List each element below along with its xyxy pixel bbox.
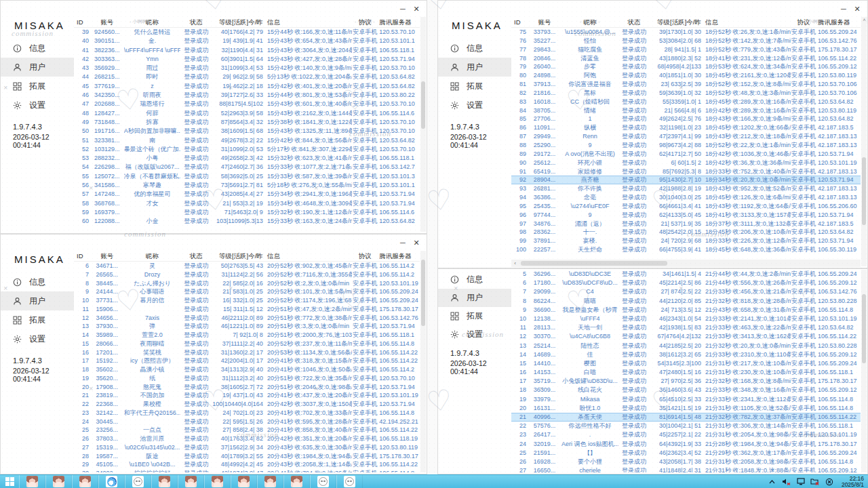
table-row[interactable]: 1012138...\uFFF4登录成功46|2343|1.0| 5421分33… bbox=[511, 314, 861, 323]
taskbar-app-avatar-9[interactable] bbox=[257, 475, 283, 488]
table-row[interactable]: 7820846...清蓝鱼登录成功43|1880|2.3| 5218分41秒 收… bbox=[511, 54, 861, 63]
column-header[interactable]: 信息 bbox=[263, 17, 353, 27]
table-row[interactable]: 1715192...icy（恩熙吉伊）登录成功42|2004|1.0| 1720… bbox=[74, 357, 420, 365]
column-header[interactable]: 等级[活跃]今/昨 bbox=[650, 17, 701, 27]
table-row[interactable]: 8929172...A ovo(消息不出现)登录成功62|4171|2.7| 5… bbox=[511, 150, 861, 159]
table-row[interactable]: 1528066...夜雨聊晴登录成功37|1111|2.2| 4020分52秒 … bbox=[74, 340, 420, 348]
taskbar-app-avatar-5[interactable] bbox=[151, 475, 178, 488]
sidebar-item-expand[interactable]: 拓展 bbox=[438, 307, 511, 325]
table-row[interactable]: 8611091...纵横登录成功32|1198|1.0| 2318分45秒 收:… bbox=[511, 123, 861, 132]
table-row[interactable]: 7729843...猫吃腐鱼登录成功28| 941|1.5| 118分52秒 收… bbox=[511, 45, 861, 54]
table-row[interactable]: 60122088...小金登录成功103|11099|5.3|1315分33秒 … bbox=[74, 217, 420, 226]
table-row[interactable]: 729099...C4登录成功27| 874|2.5| 2221分33秒 收:4… bbox=[511, 287, 861, 296]
table-row[interactable]: 8438705...情绪登录成功21| 566|4.8| 618分42秒 收:2… bbox=[511, 106, 861, 115]
sidebar-item-user[interactable]: 用户 bbox=[1, 291, 74, 310]
table-row[interactable]: 617180...\uD835\uDCF8\uD...登录成功45|2214|2… bbox=[511, 279, 861, 287]
table-row[interactable]: 1337930...弹登录成功46|1221|1.0| 8920分51秒 收:3… bbox=[74, 322, 420, 331]
taskbar-app-browser-3[interactable] bbox=[98, 475, 125, 488]
column-header[interactable]: 腾讯服务器 bbox=[378, 17, 420, 27]
sidebar-item-expand[interactable]: 拓展 bbox=[1, 77, 74, 96]
table-row[interactable]: 1115906...登录成功15| 311|1.5| 1220分51秒 收:47… bbox=[74, 305, 420, 314]
table-row[interactable]: 936690...我是整蛊女希（秒霄登录成功24| 713|3.5| 1221分… bbox=[511, 306, 861, 314]
table-row[interactable]: 9228904...燕齐糖登录成功95|1430|2.7| 1018分34秒 收… bbox=[511, 176, 861, 184]
start-button[interactable] bbox=[0, 475, 19, 488]
table-row[interactable]: 9937891...宴楼.登录成功24| 720|2.9| 6818分33秒 收… bbox=[511, 237, 861, 245]
table-row[interactable]: 59169379...登录成功71|5463|2.0| 915分32秒 收:19… bbox=[74, 208, 420, 217]
table-row[interactable]: 2257576...你远些性格不好登录成功30|1004|2.1| 5121分3… bbox=[511, 422, 861, 430]
taskbar-app-sketch-12[interactable] bbox=[336, 475, 363, 488]
sidebar-item-user[interactable]: 用户 bbox=[1, 58, 74, 77]
column-header[interactable]: 协议 bbox=[352, 17, 378, 27]
folder-error-icon[interactable] bbox=[810, 477, 820, 487]
taskbar-app-sketch-11[interactable] bbox=[310, 475, 336, 488]
sidebar-item-info[interactable]: 信息 bbox=[1, 272, 74, 291]
taskbar-app-avatar-7[interactable] bbox=[204, 475, 231, 488]
column-header[interactable]: 腾讯服务器 bbox=[378, 251, 420, 261]
close-circle-icon[interactable] bbox=[825, 477, 834, 487]
table-row[interactable]: 52103129...暴景这个砖（优广加...登录成功31|1099|2.0| … bbox=[74, 145, 420, 154]
table-row[interactable]: 2616928...要个小狸登录成功43|2058|1.7| 3821分31秒 … bbox=[511, 458, 861, 466]
table-row[interactable]: 1325214...陆性态登录成功44|2185|2.5| 2021分32秒 收… bbox=[511, 342, 861, 350]
close-button[interactable]: ✕ bbox=[410, 3, 422, 14]
table-row[interactable]: 46342350...听雨夜登录成功39|1727|2.6| 3315分44秒 … bbox=[74, 91, 420, 100]
table-row[interactable]: 3034002...柠柠柠柠柠好登录成功42|1974|3.0| 4720分41… bbox=[74, 469, 420, 472]
horizontal-scrollbar[interactable]: ‹ bbox=[511, 260, 861, 267]
taskbar-app-avatar-2[interactable] bbox=[72, 475, 98, 488]
table-row[interactable]: 2715319...\u02C6\u3145\u02...登录成功37|1562… bbox=[74, 443, 420, 452]
table-row[interactable]: 8024898...阿饱登录成功40|1851|1.0| 3018分45秒 收:… bbox=[511, 71, 861, 80]
taskbar-app-avatar-8[interactable] bbox=[231, 475, 257, 488]
table-row[interactable]: 2819587...阪途登录成功40|1789|3.2| 5520分43秒 收:… bbox=[74, 452, 420, 461]
column-header[interactable]: 状态 bbox=[180, 17, 212, 27]
table-row[interactable]: 48128427...何辞登录成功52|2963|3.9| 5815分43秒 收… bbox=[74, 109, 420, 118]
table-row[interactable]: 838445...たぶん掃おり登录成功22| 585|2.0| 1620分52秒… bbox=[74, 279, 420, 288]
table-row[interactable]: 39924560...凭什么是转运登录成功40|1766|4.2| 7915分4… bbox=[74, 28, 420, 37]
sidebar-item-info[interactable]: 信息 bbox=[438, 39, 511, 58]
table-row[interactable]: 8137913...你说富强是福音登录成功23| 633|2.5| 3918分5… bbox=[511, 80, 861, 89]
minimize-button[interactable]: ─ bbox=[837, 3, 850, 14]
close-button[interactable]: ✕ bbox=[851, 3, 863, 14]
table-row[interactable]: 44268215...即时登录成功29| 962|2.9| 585分13秒 收:… bbox=[74, 73, 420, 81]
table-row[interactable]: 1835602...晶澳小镇登录成功34|1313|2.9| 4020分41秒 … bbox=[74, 365, 420, 374]
table-row[interactable]: 8316018...CC（燥晴秒回登录成功55|3359|1.0| 118分45… bbox=[511, 98, 861, 106]
table-row[interactable]: 51323381...南登录成功49|2678|3.2| 2215分42秒 收:… bbox=[74, 136, 420, 145]
sidebar-item-expand[interactable]: 拓展 bbox=[438, 77, 511, 96]
table-row[interactable]: 886224...嘻嘻登录成功44|2120|2.0| 8521分32秒 收:8… bbox=[511, 297, 861, 306]
table-row[interactable]: 536296...\uD83D\uDC3E登录成功34|1461|1.5| 42… bbox=[511, 270, 861, 279]
table-row[interactable]: 56341586...寒琴趣登录成功73|5691|2.7| 815分18秒 收… bbox=[74, 181, 420, 190]
sidebar-item-user[interactable]: 用户 bbox=[438, 289, 511, 307]
column-header[interactable]: 状态 bbox=[180, 251, 212, 261]
table-row[interactable]: 40390151...金.登录成功19| 439|1.9| 4115分43秒 收… bbox=[74, 37, 420, 45]
column-header[interactable]: 等级[活跃]今/昨 bbox=[212, 251, 263, 261]
column-header[interactable]: 协议 bbox=[791, 17, 816, 27]
sidebar-item-expand[interactable]: 拓展 bbox=[1, 310, 74, 329]
table-row[interactable]: 55125072...冷泉（不看群麻烦私...登录成功58|3692|5.0| … bbox=[74, 172, 420, 181]
column-header[interactable]: ID bbox=[74, 251, 90, 261]
table-row[interactable]: 45377619...z登录成功19| 462|2.2| 1815分42秒 收:… bbox=[74, 82, 420, 91]
volume-muted-icon[interactable] bbox=[782, 477, 791, 487]
table-row[interactable]: 57147248...优的幸福星司登录成功43|2085|4.4| 2715分3… bbox=[74, 190, 420, 199]
table-row[interactable]: 1617201...笑笑桃登录成功31|1360|2.2| 1720分53秒 收… bbox=[74, 348, 420, 357]
sidebar-item-settings[interactable]: 设置 bbox=[438, 325, 511, 344]
taskbar-app-sketch-4[interactable] bbox=[125, 475, 151, 488]
table-row[interactable]: 1037731...暮月的信登录成功16| 332|1.0| 2520分52秒 … bbox=[74, 296, 420, 305]
column-header[interactable]: 昵称 bbox=[124, 17, 181, 27]
table-row[interactable]: 9734876...湄湄（返）登录成功21| 537|1.9| 3518分37秒… bbox=[511, 220, 861, 228]
taskbar-app-avatar-1[interactable] bbox=[45, 475, 72, 488]
column-header[interactable]: 昵称 bbox=[124, 251, 181, 261]
table-row[interactable]: 2332142...和字代王舟Q20156...登录成功24| 702|1.0|… bbox=[74, 409, 420, 418]
table-row[interactable]: 1128113...天地一剑登录成功42|1938|1.5| 8321分33秒 … bbox=[511, 323, 861, 332]
vertical-scrollbar[interactable] bbox=[420, 17, 426, 232]
scroll-up-arrow[interactable]: ˄ bbox=[861, 17, 867, 24]
column-header[interactable]: 信息 bbox=[701, 17, 791, 27]
table-row[interactable]: 1735719...小兔饭罐\uD83D\u...登录成功27| 970|2.5… bbox=[511, 377, 861, 386]
column-header[interactable]: 状态 bbox=[618, 17, 650, 27]
table-row[interactable]: 8221816...黑标登录成功59|3639|1.0| 3218分52秒 收:… bbox=[511, 89, 861, 98]
table-row[interactable]: 924144...心事唱语登录成功21| 583|1.0| 2520分52秒 收… bbox=[74, 287, 420, 296]
taskbar-app-avatar-0[interactable] bbox=[19, 475, 45, 488]
sidebar-item-user[interactable]: 用户 bbox=[438, 58, 511, 77]
table-row[interactable]: 2326417....登录成功45|2257|2.1| 2221分31秒 收:2… bbox=[511, 430, 861, 439]
table-row[interactable]: 49731848...拆寡登录成功87|8564|3.4| 3215分38秒 收… bbox=[74, 118, 420, 127]
table-row[interactable]: 2637803...池雷川原登录成功40|1763|3.4| 8220分42秒 … bbox=[74, 434, 420, 443]
table-row[interactable]: 53288232...小粤登录成功49|2658|2.3| 4215分32秒 收… bbox=[74, 154, 420, 163]
table-row[interactable]: 2432019...Aeri 调色 ios贴图机...登录成功64|4392|1… bbox=[511, 440, 861, 449]
